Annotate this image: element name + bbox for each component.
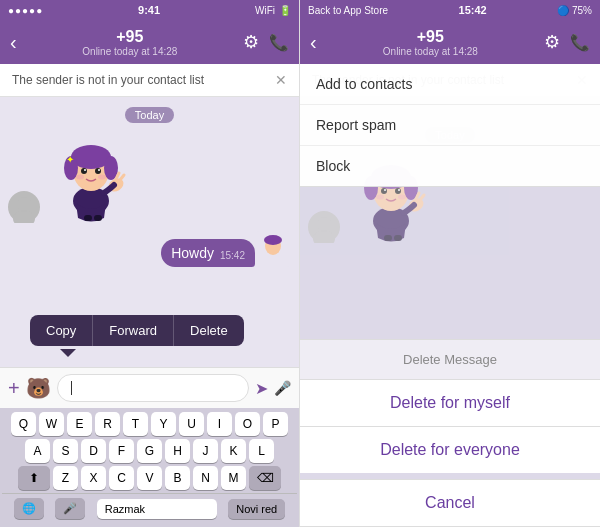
key-r[interactable]: R	[95, 412, 120, 436]
key-j[interactable]: J	[193, 439, 218, 463]
right-back-button[interactable]: ‹	[310, 31, 317, 54]
right-nav-bar: ‹ +95 Online today at 14:28 ⚙ 📞	[300, 20, 600, 64]
svg-point-31	[398, 189, 400, 191]
dropdown-add-contacts[interactable]: Add to contacts	[300, 64, 600, 105]
forward-button[interactable]: Forward	[93, 315, 174, 346]
right-settings-icon[interactable]: ⚙	[544, 31, 560, 53]
left-settings-icon[interactable]: ⚙	[243, 31, 259, 53]
key-e[interactable]: E	[67, 412, 92, 436]
key-k[interactable]: K	[221, 439, 246, 463]
key-i[interactable]: I	[207, 412, 232, 436]
key-backspace[interactable]: ⌫	[249, 466, 281, 490]
key-t[interactable]: T	[123, 412, 148, 436]
key-a[interactable]: A	[25, 439, 50, 463]
key-c[interactable]: C	[109, 466, 134, 490]
svg-point-20	[264, 235, 282, 245]
svg-rect-17	[94, 215, 102, 221]
keyboard-row-1: Q W E R T Y U I O P	[2, 412, 297, 436]
left-status-left: ●●●●●	[8, 5, 43, 16]
left-back-button[interactable]: ‹	[10, 31, 17, 54]
right-call-icon[interactable]: 📞	[570, 33, 590, 52]
left-mic-icon[interactable]: 🎤	[274, 380, 291, 396]
dropdown-block[interactable]: Block	[300, 146, 600, 186]
left-howdy-message: Howdy 15:42	[0, 227, 299, 271]
key-v[interactable]: V	[137, 466, 162, 490]
left-contact-name[interactable]: +95	[116, 28, 143, 46]
key-globe[interactable]: 🌐	[14, 498, 44, 519]
signal-strength: ●●●●●	[8, 5, 43, 16]
right-status-bar: Back to App Store 15:42 🔵 75%	[300, 0, 600, 20]
key-p[interactable]: P	[263, 412, 288, 436]
left-time: 9:41	[138, 4, 160, 16]
right-status-icons: 🔵 75%	[557, 5, 592, 16]
battery-icon: 🔋	[279, 5, 291, 16]
right-nav-left: ‹	[310, 31, 317, 54]
dropdown-report-spam[interactable]: Report spam	[300, 105, 600, 146]
left-panel: ●●●●● 9:41 WiFi 🔋 ‹ +95 Online today at …	[0, 0, 300, 527]
left-send-icon[interactable]: ➤	[255, 379, 268, 398]
key-s[interactable]: S	[53, 439, 78, 463]
key-w[interactable]: W	[39, 412, 64, 436]
left-contact-status: Online today at 14:28	[82, 46, 177, 57]
left-input-cursor	[71, 381, 72, 395]
key-y[interactable]: Y	[151, 412, 176, 436]
left-call-icon[interactable]: 📞	[269, 33, 289, 52]
left-nav-right: ⚙ 📞	[243, 31, 289, 53]
left-notification-bar: The sender is not in your contact list ✕	[0, 64, 299, 97]
key-d[interactable]: D	[81, 439, 106, 463]
copy-button[interactable]: Copy	[30, 315, 93, 346]
right-back-to-store[interactable]: Back to App Store	[308, 5, 388, 16]
left-plus-icon[interactable]: +	[8, 377, 20, 400]
delete-for-myself-button[interactable]: Delete for myself	[300, 380, 600, 427]
left-nav-left: ‹	[10, 31, 17, 54]
left-message-time: 15:42	[220, 250, 245, 261]
cancel-button[interactable]: Cancel	[300, 479, 600, 527]
left-sender-avatar	[8, 191, 40, 223]
left-nav-center: +95 Online today at 14:28	[82, 28, 177, 57]
svg-rect-16	[84, 215, 92, 221]
svg-point-12	[98, 175, 106, 180]
svg-point-32	[376, 195, 384, 200]
right-sender-avatar	[308, 211, 340, 243]
key-m[interactable]: M	[221, 466, 246, 490]
svg-point-0	[17, 197, 31, 211]
svg-point-30	[384, 189, 386, 191]
key-z[interactable]: Z	[53, 466, 78, 490]
key-x[interactable]: X	[81, 466, 106, 490]
svg-point-1	[13, 211, 35, 223]
key-newline[interactable]: Novi red	[228, 499, 285, 519]
right-panel: Back to App Store 15:42 🔵 75% ‹ +95 Onli…	[300, 0, 600, 527]
svg-point-29	[395, 188, 401, 194]
right-time: 15:42	[459, 4, 487, 16]
keyboard-row-3: ⬆ Z X C V B N M ⌫	[2, 466, 297, 490]
delete-button[interactable]: Delete	[174, 315, 244, 346]
key-o[interactable]: O	[235, 412, 260, 436]
left-notification-close[interactable]: ✕	[275, 72, 287, 88]
key-f[interactable]: F	[109, 439, 134, 463]
left-input-area: + 🐻 ➤ 🎤	[0, 367, 299, 408]
key-mic[interactable]: 🎤	[55, 498, 85, 519]
right-contact-name[interactable]: +95	[417, 28, 444, 46]
svg-line-15	[120, 175, 124, 180]
key-shift[interactable]: ⬆	[18, 466, 50, 490]
key-h[interactable]: H	[165, 439, 190, 463]
right-nav-center: +95 Online today at 14:28	[383, 28, 478, 57]
keyboard-row-2: A S D F G H J K L	[2, 439, 297, 463]
key-g[interactable]: G	[137, 439, 162, 463]
key-n[interactable]: N	[193, 466, 218, 490]
left-message-bubble: Howdy 15:42	[161, 239, 255, 267]
key-l[interactable]: L	[249, 439, 274, 463]
wifi-icon: WiFi	[255, 5, 275, 16]
left-status-bar: ●●●●● 9:41 WiFi 🔋	[0, 0, 299, 20]
svg-line-36	[420, 195, 424, 200]
left-sticker-message: ✦	[0, 133, 299, 223]
key-space[interactable]: Razmak	[97, 499, 217, 519]
svg-point-21	[317, 217, 331, 231]
key-b[interactable]: B	[165, 466, 190, 490]
left-sticker-icon[interactable]: 🐻	[26, 376, 51, 400]
delete-for-everyone-button[interactable]: Delete for everyone	[300, 427, 600, 473]
left-text-input[interactable]	[57, 374, 249, 402]
key-u[interactable]: U	[179, 412, 204, 436]
key-q[interactable]: Q	[11, 412, 36, 436]
svg-point-33	[398, 195, 406, 200]
